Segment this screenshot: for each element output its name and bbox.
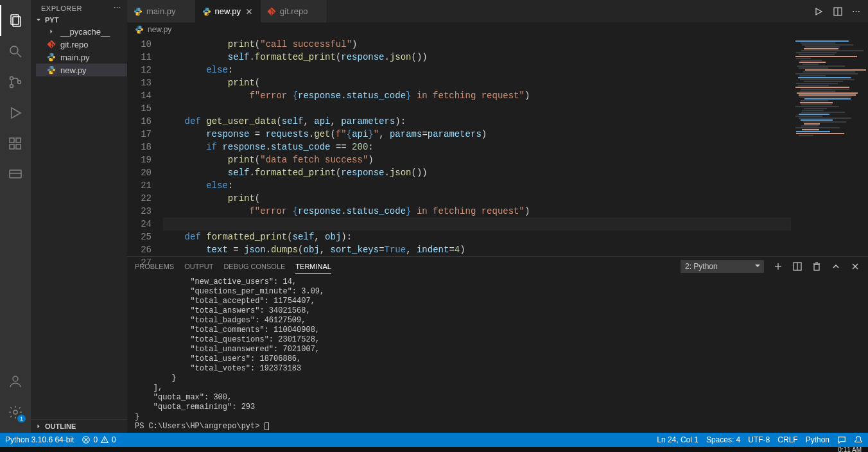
run-debug-activity-icon[interactable]	[0, 98, 31, 128]
status-feedback-icon[interactable]	[837, 435, 846, 444]
editor-body[interactable]: 101112131415161718192021222324252627 pri…	[127, 37, 868, 256]
code-content[interactable]: print("call successful") self.formatted_…	[163, 37, 791, 256]
explorer-title: EXPLORER	[41, 4, 82, 12]
split-terminal-icon[interactable]	[792, 261, 803, 272]
file-tree-item-label: new.py	[60, 65, 86, 75]
file-tree-item[interactable]: new.py	[36, 64, 127, 76]
folder-header[interactable]: PYT	[31, 15, 127, 25]
svg-line-3	[17, 53, 21, 57]
panel-tab[interactable]: DEBUG CONSOLE	[223, 260, 285, 274]
file-tree-item-label: git.repo	[60, 40, 88, 49]
minimap[interactable]	[791, 37, 868, 256]
outline-section[interactable]: OUTLINE	[31, 419, 127, 433]
split-editor-icon[interactable]	[833, 6, 843, 17]
status-bar: Python 3.10.6 64-bit 0 0 Ln 24, Col 1 Sp…	[0, 433, 868, 447]
settings-badge: 1	[17, 415, 26, 422]
svg-marker-7	[12, 108, 21, 118]
remote-activity-icon[interactable]	[0, 159, 31, 190]
editor-tab-label: git.repo	[280, 6, 308, 16]
file-tree-item[interactable]: __pycache__	[36, 25, 127, 38]
status-warnings-count: 0	[112, 435, 116, 444]
explorer-activity-icon[interactable]	[0, 5, 31, 36]
svg-point-6	[18, 81, 21, 84]
terminal-select[interactable]: 2: Python	[681, 260, 764, 273]
svg-rect-12	[10, 170, 21, 178]
panel-tab[interactable]: TERMINAL	[295, 260, 331, 274]
kill-terminal-icon[interactable]	[812, 261, 822, 272]
status-problems[interactable]: 0 0	[82, 435, 116, 444]
python-file-icon	[135, 25, 144, 34]
svg-marker-22	[816, 8, 822, 15]
status-encoding[interactable]: UTF-8	[748, 435, 770, 444]
file-tree-item-label: main.py	[60, 53, 90, 62]
panel-tab[interactable]: OUTPUT	[184, 260, 213, 274]
breadcrumb-file: new.py	[148, 25, 171, 34]
new-terminal-icon[interactable]	[773, 261, 783, 272]
editor-tab[interactable]: main.py	[127, 0, 196, 22]
status-errors-count: 0	[93, 435, 98, 444]
outline-label: OUTLINE	[45, 422, 76, 430]
search-activity-icon[interactable]	[0, 36, 31, 67]
terminal-prompt: PS C:\Users\HP\angrepo\pyt>	[135, 422, 265, 431]
status-indentation[interactable]: Spaces: 4	[706, 435, 740, 444]
status-interpreter[interactable]: Python 3.10.6 64-bit	[5, 435, 74, 444]
folder-name: PYT	[45, 16, 58, 24]
svg-point-5	[10, 85, 13, 88]
file-tree-item[interactable]: git.repo	[36, 38, 127, 51]
file-tree: __pycache__git.repomain.pynew.py	[31, 25, 127, 76]
settings-activity-icon[interactable]: 1	[0, 397, 31, 428]
svg-rect-11	[16, 138, 21, 143]
more-actions-icon[interactable]: ⋯	[852, 6, 860, 17]
source-control-activity-icon[interactable]	[0, 67, 31, 98]
explorer-sidebar: EXPLORER ⋯ PYT __pycache__git.repomain.p…	[31, 0, 127, 433]
os-taskbar: 0:11 AM	[0, 447, 868, 452]
editor-area: main.pynew.pygit.repo ⋯ new.py 101112131…	[127, 0, 868, 433]
close-panel-icon[interactable]	[850, 261, 860, 272]
editor-tab-label: main.py	[146, 6, 176, 16]
editor-tab[interactable]: new.py	[196, 0, 261, 22]
line-gutter: 101112131415161718192021222324252627	[127, 37, 163, 256]
run-icon[interactable]	[813, 6, 824, 17]
explorer-more-icon[interactable]: ⋯	[114, 4, 121, 12]
terminal-output[interactable]: "new_active_users": 14, "questions_per_m…	[127, 276, 868, 433]
status-cursor-position[interactable]: Ln 24, Col 1	[657, 435, 699, 444]
file-tree-item-label: __pycache__	[60, 27, 110, 37]
svg-point-14	[13, 376, 18, 381]
editor-tab[interactable]: git.repo	[261, 0, 327, 22]
status-eol[interactable]: CRLF	[777, 435, 797, 444]
svg-point-15	[13, 410, 17, 414]
svg-point-4	[10, 77, 13, 80]
status-notifications-icon[interactable]	[854, 435, 863, 444]
svg-rect-29	[814, 265, 819, 270]
file-tree-item[interactable]: main.py	[36, 51, 127, 64]
svg-rect-8	[10, 138, 14, 143]
svg-rect-9	[10, 144, 14, 149]
bottom-panel: PROBLEMSOUTPUTDEBUG CONSOLETERMINAL 2: P…	[127, 256, 868, 433]
os-clock: 0:11 AM	[838, 446, 862, 453]
terminal-cursor	[265, 422, 269, 430]
accounts-activity-icon[interactable]	[0, 366, 31, 397]
breadcrumbs[interactable]: new.py	[127, 22, 868, 37]
svg-point-2	[10, 46, 18, 54]
svg-rect-10	[16, 144, 21, 149]
status-language[interactable]: Python	[806, 435, 829, 444]
editor-tab-label: new.py	[215, 6, 241, 16]
extensions-activity-icon[interactable]	[0, 128, 31, 159]
panel-tabs: PROBLEMSOUTPUTDEBUG CONSOLETERMINAL 2: P…	[127, 257, 868, 276]
maximize-panel-icon[interactable]	[831, 261, 841, 272]
tab-bar: main.pynew.pygit.repo ⋯	[127, 0, 868, 22]
close-tab-icon[interactable]	[245, 7, 254, 16]
activity-bar: 1	[0, 0, 31, 433]
